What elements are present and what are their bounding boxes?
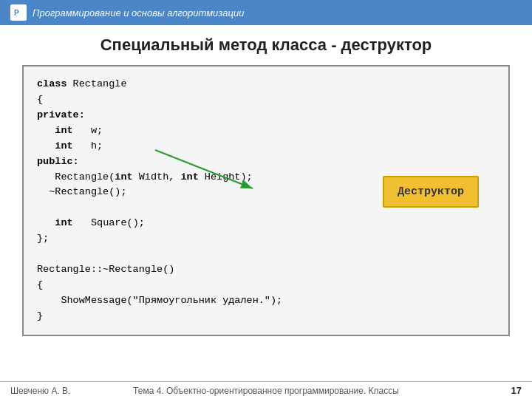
code-line-11: }; bbox=[37, 231, 495, 247]
footer-page: 17 bbox=[420, 385, 522, 396]
code-line-1: class Rectangle bbox=[37, 77, 495, 92]
main-content: Специальный метод класса - деструктор cl… bbox=[0, 25, 532, 336]
header-title: Программирование и основы алгоритмизации bbox=[33, 7, 244, 18]
code-line-4: int w; bbox=[37, 123, 495, 139]
slide-title: Специальный метод класса - деструктор bbox=[22, 35, 510, 55]
code-line-6: public: bbox=[37, 154, 495, 170]
logo-icon: P bbox=[10, 4, 27, 21]
code-line-12: Rectangle::~Rectangle() bbox=[37, 262, 495, 278]
code-line-2: { bbox=[37, 92, 495, 108]
code-line-3: private: bbox=[37, 108, 495, 123]
footer-topic: Тема 4. Объектно-ориентированное програм… bbox=[112, 386, 419, 396]
code-line-10: int Square(); bbox=[37, 216, 495, 231]
code-block: class Rectangle { private: int w; int h;… bbox=[22, 65, 510, 336]
code-line-blank bbox=[37, 247, 495, 262]
footer-author: Шевченю А. В. bbox=[10, 386, 112, 396]
code-line-13: { bbox=[37, 278, 495, 293]
header: P Программирование и основы алгоритмизац… bbox=[0, 0, 532, 25]
code-line-15: } bbox=[37, 309, 495, 324]
code-line-5: int h; bbox=[37, 139, 495, 154]
footer: Шевченю А. В. Тема 4. Объектно-ориентиро… bbox=[0, 381, 532, 399]
svg-text:P: P bbox=[14, 9, 19, 17]
destructor-label: Деструктор bbox=[383, 176, 479, 208]
code-line-14: ShowMessage("Прямоугольник удален."); bbox=[37, 293, 495, 309]
